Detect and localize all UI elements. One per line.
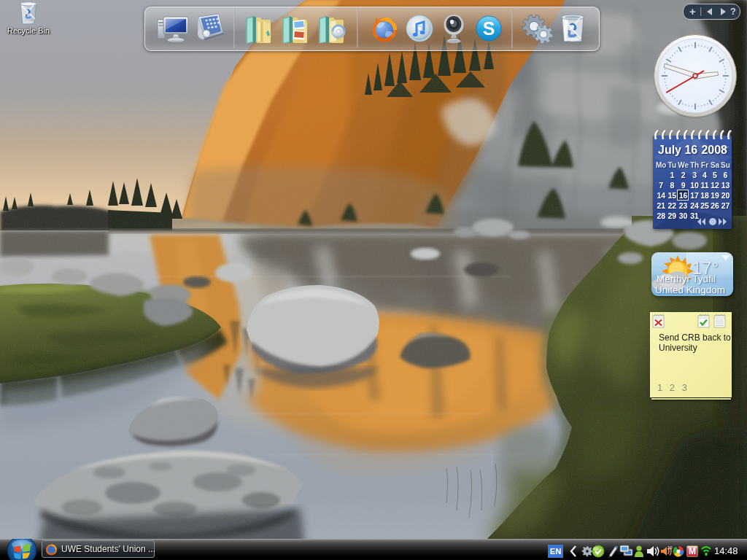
svg-text:10: 10 [667,545,673,550]
svg-text:S: S [483,18,495,39]
